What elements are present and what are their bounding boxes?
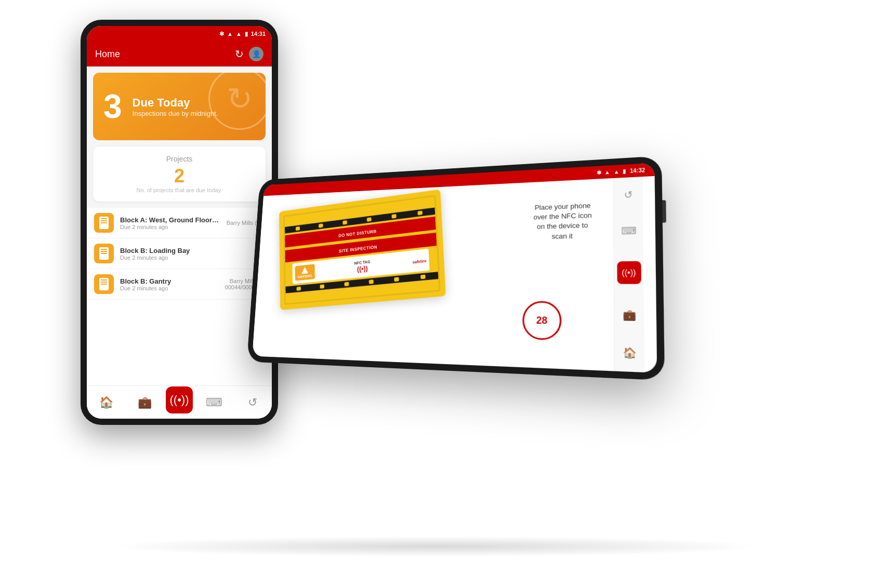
warning-badge: WARNING bbox=[295, 264, 314, 280]
nfc-logo-text: safetire bbox=[413, 258, 427, 264]
inspection-content-3: Block B: Gantry Due 2 minutes ago bbox=[120, 277, 219, 291]
projects-subtitle: No. of projects that are due today. bbox=[101, 187, 257, 193]
ls-wifi-icon: ▲ bbox=[604, 169, 610, 175]
nav-nfc[interactable]: ((•)) bbox=[164, 386, 195, 419]
inspection-item-2[interactable]: Block B: Loading Bay Due 2 minutes ago bbox=[87, 238, 272, 269]
phone1-screen: ✱ ▲ ▲ ▮ 14:31 Home ↻ 👤 3 Due Today Inspe… bbox=[87, 26, 272, 419]
nav-jobs[interactable]: 💼 bbox=[125, 386, 164, 419]
due-subtitle: Inspections due by midnight. bbox=[133, 110, 218, 117]
nfc-banner-text: DO NOT DISTURB bbox=[338, 229, 377, 238]
film-hole-b bbox=[297, 286, 301, 290]
refresh-icon[interactable]: ↻ bbox=[235, 48, 244, 60]
film-hole bbox=[392, 213, 397, 218]
battery-icon: ▮ bbox=[245, 31, 248, 37]
film-hole-b bbox=[320, 284, 325, 288]
ls-nfc-button[interactable]: ((•)) bbox=[617, 261, 641, 284]
inspection-content-2: Block B: Loading Bay Due 2 minutes ago bbox=[120, 247, 258, 261]
status-time: 14:31 bbox=[251, 31, 266, 37]
ground-shadow bbox=[104, 536, 766, 557]
ls-status-time: 14:32 bbox=[630, 167, 645, 173]
ls-history-icon[interactable]: ↺ bbox=[624, 189, 632, 202]
inspection-time-1: Due 2 minutes ago bbox=[120, 224, 220, 230]
due-count: 3 bbox=[103, 87, 122, 126]
power-button bbox=[662, 200, 666, 223]
briefcase-icon: 💼 bbox=[138, 396, 152, 409]
bottom-navigation: 🏠 💼 ((•)) ⌨ ↺ bbox=[87, 385, 272, 419]
projects-count: 2 bbox=[101, 165, 257, 187]
nfc-label-inner: DO NOT DISTURB SITE INSPECTION WARNING N… bbox=[283, 195, 440, 305]
ls-keypad-icon[interactable]: ⌨ bbox=[621, 225, 637, 237]
inspection-icon-2 bbox=[94, 244, 114, 263]
phone2-device: ✱ ▲ ▲ ▮ 14:32 bbox=[247, 156, 665, 381]
projects-label: Projects bbox=[101, 155, 257, 163]
bluetooth-icon: ✱ bbox=[219, 31, 224, 37]
inspection-content-1: Block A: West, Ground Floor Access Stair… bbox=[120, 216, 220, 230]
ls-signal-icon: ▲ bbox=[614, 168, 619, 175]
projects-card[interactable]: Projects 2 No. of projects that are due … bbox=[93, 146, 266, 202]
inspection-title-1: Block A: West, Ground Floor Access Stair… bbox=[120, 216, 220, 224]
film-hole-b bbox=[369, 279, 374, 284]
phone2-screen: ✱ ▲ ▲ ▮ 14:32 bbox=[252, 163, 657, 372]
due-text-block: Due Today Inspections due by midnight. bbox=[133, 96, 218, 117]
ls-right-navigation: ↺ ⌨ ((•)) 💼 🏠 bbox=[613, 177, 644, 372]
nfc-icon: ((•)) bbox=[169, 393, 189, 407]
nav-keypad[interactable]: ⌨ bbox=[195, 386, 233, 419]
app-bar-title: Home bbox=[95, 49, 120, 60]
avatar[interactable]: 👤 bbox=[249, 47, 263, 61]
film-hole-b bbox=[344, 282, 349, 286]
film-hole bbox=[367, 217, 372, 222]
history-icon: ↺ bbox=[248, 396, 257, 409]
inspection-item-3[interactable]: Block B: Gantry Due 2 minutes ago Barry … bbox=[87, 269, 272, 300]
inspection-list: Block A: West, Ground Floor Access Stair… bbox=[87, 208, 272, 385]
inspection-item-1[interactable]: Block A: West, Ground Floor Access Stair… bbox=[87, 208, 272, 238]
ls-bluetooth-icon: ✱ bbox=[597, 169, 601, 176]
inspection-time-2: Due 2 minutes ago bbox=[120, 255, 258, 261]
film-hole bbox=[417, 210, 423, 215]
clipboard-icon bbox=[99, 217, 109, 229]
ls-jobs-icon[interactable]: 💼 bbox=[623, 309, 636, 322]
film-hole bbox=[296, 226, 300, 231]
film-hole bbox=[319, 223, 323, 228]
place-phone-text: Place your phone over the NFC icon on th… bbox=[529, 201, 596, 242]
nfc-right-info: safetire bbox=[412, 256, 426, 264]
keypad-icon: ⌨ bbox=[206, 396, 222, 409]
nfc-button[interactable]: ((•)) bbox=[166, 386, 193, 413]
due-today-card[interactable]: 3 Due Today Inspections due by midnight. bbox=[93, 73, 266, 140]
nfc-banner-text-2: SITE INSPECTION bbox=[339, 244, 377, 253]
ls-home-icon[interactable]: 🏠 bbox=[623, 346, 636, 359]
nfc-scan-count: 28 bbox=[536, 314, 548, 326]
inspection-title-3: Block B: Gantry bbox=[120, 277, 219, 285]
signal-icon: ▲ bbox=[236, 31, 242, 37]
ls-nfc-icon: ((•)) bbox=[622, 268, 636, 277]
app-bar: Home ↻ 👤 bbox=[87, 42, 272, 66]
phone1-device: ✱ ▲ ▲ ▮ 14:31 Home ↻ 👤 3 Due Today Inspe… bbox=[81, 20, 278, 425]
clipboard-icon-3 bbox=[99, 278, 109, 290]
home-icon: 🏠 bbox=[99, 396, 113, 409]
inspection-icon-1 bbox=[94, 213, 114, 233]
place-phone-instruction: Place your phone over the NFC icon on th… bbox=[529, 201, 596, 242]
inspection-time-3: Due 2 minutes ago bbox=[120, 285, 219, 291]
nfc-scan-circle: 28 bbox=[522, 301, 562, 340]
film-hole-b bbox=[394, 277, 399, 282]
due-title: Due Today bbox=[133, 96, 218, 110]
nav-home[interactable]: 🏠 bbox=[87, 386, 125, 419]
warning-text: WARNING bbox=[297, 274, 312, 278]
status-bar: ✱ ▲ ▲ ▮ 14:31 bbox=[87, 26, 272, 42]
ls-content: DO NOT DISTURB SITE INSPECTION WARNING N… bbox=[252, 176, 657, 373]
app-bar-icons: ↻ 👤 bbox=[235, 47, 263, 61]
nfc-label-card: DO NOT DISTURB SITE INSPECTION WARNING N… bbox=[279, 189, 446, 310]
clipboard-icon-2 bbox=[99, 247, 109, 260]
nav-history[interactable]: ↺ bbox=[233, 386, 272, 419]
wifi-icon: ▲ bbox=[227, 31, 233, 37]
film-hole-b bbox=[420, 274, 426, 279]
nfc-center-content: NFC TAG ((•)) bbox=[316, 255, 411, 277]
warning-triangle-icon bbox=[301, 266, 308, 274]
ls-battery-icon: ▮ bbox=[623, 168, 626, 174]
inspection-title-2: Block B: Loading Bay bbox=[120, 247, 258, 255]
due-bg-circle-icon bbox=[208, 73, 266, 130]
film-hole bbox=[342, 220, 347, 224]
inspection-icon-3 bbox=[94, 274, 114, 294]
